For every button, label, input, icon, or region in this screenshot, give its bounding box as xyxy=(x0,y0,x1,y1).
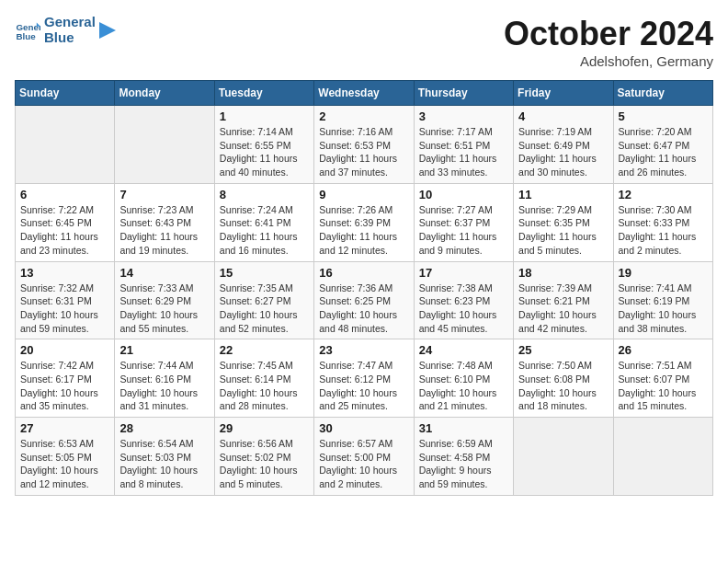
day-info: Sunrise: 6:57 AMSunset: 5:00 PMDaylight:… xyxy=(319,437,408,491)
day-info: Sunrise: 6:53 AMSunset: 5:05 PMDaylight:… xyxy=(20,437,109,491)
day-info: Sunrise: 7:22 AMSunset: 6:45 PMDaylight:… xyxy=(20,203,109,258)
calendar-week-1: 1Sunrise: 7:14 AMSunset: 6:55 PMDaylight… xyxy=(16,106,713,184)
calendar-cell: 3Sunrise: 7:17 AMSunset: 6:51 PMDaylight… xyxy=(414,106,513,184)
day-info: Sunrise: 6:59 AMSunset: 4:58 PMDaylight:… xyxy=(419,437,508,491)
day-number: 4 xyxy=(518,109,608,123)
day-info: Sunrise: 7:35 AMSunset: 6:27 PMDaylight:… xyxy=(220,282,309,336)
day-header-sunday: Sunday xyxy=(16,81,115,106)
day-info: Sunrise: 7:24 AMSunset: 6:41 PMDaylight:… xyxy=(220,203,309,258)
day-number: 5 xyxy=(619,109,708,123)
day-number: 24 xyxy=(419,343,508,357)
day-info: Sunrise: 7:51 AMSunset: 6:07 PMDaylight:… xyxy=(619,359,708,413)
calendar-week-2: 6Sunrise: 7:22 AMSunset: 6:45 PMDaylight… xyxy=(16,183,713,261)
calendar-cell: 9Sunrise: 7:26 AMSunset: 6:39 PMDaylight… xyxy=(314,183,414,261)
calendar-cell: 23Sunrise: 7:47 AMSunset: 6:12 PMDayligh… xyxy=(314,339,414,418)
day-number: 30 xyxy=(319,421,408,435)
day-info: Sunrise: 7:44 AMSunset: 6:16 PMDaylight:… xyxy=(119,359,209,413)
calendar-cell: 25Sunrise: 7:50 AMSunset: 6:08 PMDayligh… xyxy=(514,339,613,418)
day-header-friday: Friday xyxy=(514,81,613,106)
day-number: 12 xyxy=(619,188,708,201)
day-number: 7 xyxy=(119,188,209,201)
day-number: 20 xyxy=(20,343,109,357)
logo-subtext: Blue xyxy=(44,30,96,46)
day-info: Sunrise: 7:38 AMSunset: 6:23 PMDaylight:… xyxy=(419,282,508,336)
calendar-cell: 17Sunrise: 7:38 AMSunset: 6:23 PMDayligh… xyxy=(414,261,513,339)
day-number: 28 xyxy=(119,421,209,435)
calendar-cell: 11Sunrise: 7:29 AMSunset: 6:35 PMDayligh… xyxy=(514,183,613,261)
day-info: Sunrise: 7:45 AMSunset: 6:14 PMDaylight:… xyxy=(220,359,309,413)
calendar-week-3: 13Sunrise: 7:32 AMSunset: 6:31 PMDayligh… xyxy=(16,261,713,339)
day-info: Sunrise: 7:23 AMSunset: 6:43 PMDaylight:… xyxy=(119,203,209,258)
calendar-cell: 21Sunrise: 7:44 AMSunset: 6:16 PMDayligh… xyxy=(115,339,214,418)
calendar-cell: 6Sunrise: 7:22 AMSunset: 6:45 PMDaylight… xyxy=(16,183,115,261)
calendar-cell: 29Sunrise: 6:56 AMSunset: 5:02 PMDayligh… xyxy=(214,418,313,496)
logo-arrow-icon xyxy=(99,22,116,39)
day-info: Sunrise: 7:29 AMSunset: 6:35 PMDaylight:… xyxy=(518,203,608,258)
day-number: 11 xyxy=(518,188,608,201)
title-block: October 2024 Adelshofen, Germany xyxy=(504,15,713,69)
calendar-cell: 14Sunrise: 7:33 AMSunset: 6:29 PMDayligh… xyxy=(115,261,214,339)
day-number: 26 xyxy=(619,343,708,357)
day-info: Sunrise: 7:39 AMSunset: 6:21 PMDaylight:… xyxy=(518,282,608,336)
calendar-cell: 24Sunrise: 7:48 AMSunset: 6:10 PMDayligh… xyxy=(414,339,513,418)
calendar-cell xyxy=(16,106,115,184)
day-number: 15 xyxy=(220,266,309,280)
calendar-cell: 20Sunrise: 7:42 AMSunset: 6:17 PMDayligh… xyxy=(16,339,115,418)
day-number: 10 xyxy=(419,188,508,201)
day-number: 14 xyxy=(119,266,209,280)
day-info: Sunrise: 7:47 AMSunset: 6:12 PMDaylight:… xyxy=(319,359,408,413)
location: Adelshofen, Germany xyxy=(504,53,713,69)
day-number: 17 xyxy=(419,266,508,280)
logo-icon: General Blue xyxy=(15,17,40,43)
calendar-cell: 1Sunrise: 7:14 AMSunset: 6:55 PMDaylight… xyxy=(214,106,313,184)
day-header-thursday: Thursday xyxy=(414,81,513,106)
day-number: 22 xyxy=(220,343,309,357)
day-info: Sunrise: 7:16 AMSunset: 6:53 PMDaylight:… xyxy=(319,125,408,179)
calendar-cell: 13Sunrise: 7:32 AMSunset: 6:31 PMDayligh… xyxy=(16,261,115,339)
calendar-cell: 26Sunrise: 7:51 AMSunset: 6:07 PMDayligh… xyxy=(613,339,712,418)
calendar-header-row: SundayMondayTuesdayWednesdayThursdayFrid… xyxy=(16,81,713,106)
day-info: Sunrise: 7:14 AMSunset: 6:55 PMDaylight:… xyxy=(220,125,309,179)
day-header-monday: Monday xyxy=(115,81,214,106)
day-info: Sunrise: 7:30 AMSunset: 6:33 PMDaylight:… xyxy=(619,203,708,258)
calendar-cell: 4Sunrise: 7:19 AMSunset: 6:49 PMDaylight… xyxy=(514,106,613,184)
calendar-week-5: 27Sunrise: 6:53 AMSunset: 5:05 PMDayligh… xyxy=(16,418,713,496)
logo: General Blue General Blue xyxy=(15,15,116,45)
day-number: 13 xyxy=(20,266,109,280)
calendar-cell: 28Sunrise: 6:54 AMSunset: 5:03 PMDayligh… xyxy=(115,418,214,496)
day-number: 6 xyxy=(20,188,109,201)
day-header-wednesday: Wednesday xyxy=(314,81,414,106)
calendar-cell xyxy=(514,418,613,496)
calendar-cell: 30Sunrise: 6:57 AMSunset: 5:00 PMDayligh… xyxy=(314,418,414,496)
day-number: 3 xyxy=(419,109,508,123)
day-number: 21 xyxy=(119,343,209,357)
day-number: 23 xyxy=(319,343,408,357)
day-number: 18 xyxy=(518,266,608,280)
day-header-tuesday: Tuesday xyxy=(214,81,313,106)
calendar-cell: 2Sunrise: 7:16 AMSunset: 6:53 PMDaylight… xyxy=(314,106,414,184)
calendar-cell: 8Sunrise: 7:24 AMSunset: 6:41 PMDaylight… xyxy=(214,183,313,261)
page-header: General Blue General Blue October 2024 A… xyxy=(15,15,713,69)
calendar-cell xyxy=(115,106,214,184)
day-number: 25 xyxy=(518,343,608,357)
day-info: Sunrise: 7:20 AMSunset: 6:47 PMDaylight:… xyxy=(619,125,708,179)
calendar-cell: 19Sunrise: 7:41 AMSunset: 6:19 PMDayligh… xyxy=(613,261,712,339)
month-title: October 2024 xyxy=(504,15,713,53)
calendar-cell: 12Sunrise: 7:30 AMSunset: 6:33 PMDayligh… xyxy=(613,183,712,261)
calendar-cell: 18Sunrise: 7:39 AMSunset: 6:21 PMDayligh… xyxy=(514,261,613,339)
svg-marker-3 xyxy=(99,22,116,39)
day-number: 31 xyxy=(419,421,508,435)
calendar-cell: 31Sunrise: 6:59 AMSunset: 4:58 PMDayligh… xyxy=(414,418,513,496)
day-info: Sunrise: 7:17 AMSunset: 6:51 PMDaylight:… xyxy=(419,125,508,179)
svg-text:Blue: Blue xyxy=(16,30,36,40)
day-info: Sunrise: 6:54 AMSunset: 5:03 PMDaylight:… xyxy=(119,437,209,491)
day-info: Sunrise: 7:50 AMSunset: 6:08 PMDaylight:… xyxy=(518,359,608,413)
calendar-week-4: 20Sunrise: 7:42 AMSunset: 6:17 PMDayligh… xyxy=(16,339,713,418)
day-info: Sunrise: 7:26 AMSunset: 6:39 PMDaylight:… xyxy=(319,203,408,258)
day-info: Sunrise: 7:27 AMSunset: 6:37 PMDaylight:… xyxy=(419,203,508,258)
day-info: Sunrise: 7:19 AMSunset: 6:49 PMDaylight:… xyxy=(518,125,608,179)
calendar-cell: 5Sunrise: 7:20 AMSunset: 6:47 PMDaylight… xyxy=(613,106,712,184)
calendar-cell: 10Sunrise: 7:27 AMSunset: 6:37 PMDayligh… xyxy=(414,183,513,261)
day-info: Sunrise: 6:56 AMSunset: 5:02 PMDaylight:… xyxy=(220,437,309,491)
day-info: Sunrise: 7:32 AMSunset: 6:31 PMDaylight:… xyxy=(20,282,109,336)
